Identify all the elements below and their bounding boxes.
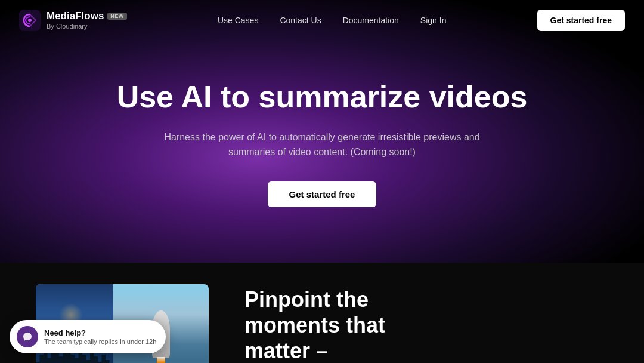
nav-sign-in[interactable]: Sign In	[420, 16, 447, 25]
logo-title: MediaFlows NEW	[47, 10, 127, 22]
chat-bubble-icon	[22, 331, 33, 342]
chat-widget[interactable]: Need help? The team typically replies in…	[10, 320, 166, 353]
logo: MediaFlows NEW By Cloudinary	[19, 10, 127, 31]
chat-title: Need help?	[44, 328, 156, 337]
nav-use-cases[interactable]: Use Cases	[218, 16, 258, 25]
navbar: MediaFlows NEW By Cloudinary Use Cases C…	[0, 0, 644, 40]
nav-documentation[interactable]: Documentation	[343, 16, 399, 25]
chat-text: Need help? The team typically replies in…	[44, 328, 156, 345]
logo-icon	[19, 10, 41, 31]
hero-cta-button[interactable]: Get started free	[268, 182, 377, 207]
nav-contact-us[interactable]: Contact Us	[280, 16, 321, 25]
nav-links: Use Cases Contact Us Documentation Sign …	[218, 16, 446, 25]
logo-subtitle: By Cloudinary	[47, 23, 127, 30]
svg-point-1	[28, 19, 32, 22]
chat-icon	[17, 326, 38, 347]
logo-text: MediaFlows NEW By Cloudinary	[47, 10, 127, 30]
chat-subtitle: The team typically replies in under 12h	[44, 338, 156, 345]
hero-title: Use AI to summarize videos	[117, 79, 528, 115]
hero-subtitle: Harness the power of AI to automatically…	[155, 130, 489, 160]
rocket-flame	[157, 357, 165, 363]
logo-badge: NEW	[107, 13, 127, 20]
navbar-cta-button[interactable]: Get started free	[537, 10, 625, 31]
below-copy: Pinpoint the moments that matter – autom…	[244, 284, 608, 363]
below-title: Pinpoint the moments that matter – autom…	[244, 287, 608, 363]
